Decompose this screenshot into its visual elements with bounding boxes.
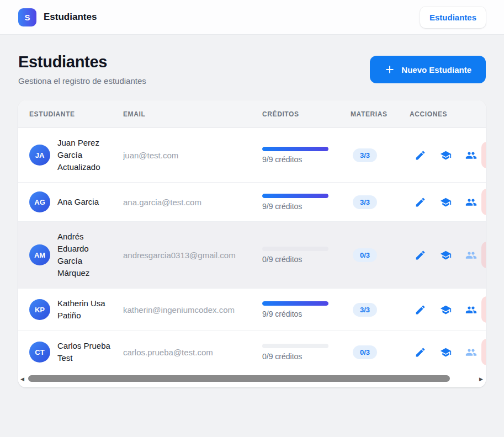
edit-pencil-icon[interactable] [415,150,426,161]
graduation-cap-icon[interactable] [440,304,452,316]
credits-label: 0/9 créditos [262,352,351,361]
credits-progressbar [262,194,328,198]
column-header-estudiante: Estudiante [18,110,123,118]
column-header-materias: Materias [351,110,410,118]
people-group-icon[interactable] [465,347,477,358]
table-body: JA Juan Perez García Actualizado juan@te… [18,128,486,373]
page-title: Estudiantes [18,53,146,71]
main-content: Estudiantes Gestiona el registro de estu… [0,35,504,406]
new-student-button-label: Nuevo Estudiante [401,65,471,74]
student-email: andresgarcia0313@gmail.com [123,242,262,269]
column-header-acciones: Acciones [410,110,486,118]
page-header: Estudiantes Gestiona el registro de estu… [18,53,486,86]
credits-progressbar-fill [262,147,328,151]
table-row: KP Katherin Usa Patiño katherin@ingenium… [18,289,486,331]
materias-badge: 3/3 [353,303,377,317]
credits-label: 9/9 créditos [262,155,351,164]
student-name: Juan Perez García Actualizado [57,137,113,173]
delete-icon[interactable] [481,242,486,268]
people-group-icon[interactable] [465,249,477,261]
edit-pencil-icon[interactable] [415,347,426,358]
student-email: katherin@ingeniumcodex.com [123,296,262,323]
avatar-initials: AM [34,251,45,259]
graduation-cap-icon[interactable] [440,249,452,261]
new-student-button[interactable]: Nuevo Estudiante [370,56,486,83]
materias-badge: 0/3 [353,248,377,262]
student-email: juan@test.com [123,142,262,169]
edit-pencil-icon[interactable] [415,249,426,261]
materias-badge: 3/3 [353,148,377,162]
avatar: AM [29,244,50,265]
table-header-row: Estudiante Email Créditos Materias Accio… [18,100,486,128]
materias-badge: 3/3 [353,195,377,209]
delete-icon[interactable] [481,142,486,168]
credits-progressbar [262,301,328,306]
app-logo-letter: S [24,13,30,22]
people-group-icon[interactable] [465,196,477,208]
credits-label: 9/9 créditos [262,202,351,211]
credits-progressbar [262,344,328,348]
people-group-icon[interactable] [465,304,477,316]
graduation-cap-icon[interactable] [440,196,452,208]
student-email: ana.garcia@test.com [123,189,262,216]
plus-icon [384,64,395,75]
edit-pencil-icon[interactable] [415,304,426,316]
credits-progressbar-fill [262,194,328,198]
table-row: JA Juan Perez García Actualizado juan@te… [18,128,486,183]
credits-progressbar [262,147,328,151]
student-name: Katherin Usa Patiño [57,297,113,322]
scroll-right-arrow-icon[interactable]: ▶ [478,375,484,383]
materias-badge: 0/3 [353,345,377,359]
top-navbar: S Estudiantes Estudiantes [0,0,504,35]
app-logo: S [18,8,36,26]
column-header-creditos: Créditos [262,110,351,118]
edit-pencil-icon[interactable] [415,196,426,208]
student-email: carlos.prueba@test.com [123,339,262,366]
avatar-initials: KP [35,306,45,314]
horizontal-scrollbar: ◀ ▶ [18,373,486,387]
students-table-card: Estudiante Email Créditos Materias Accio… [18,100,486,387]
student-name: Ana Garcia [57,196,99,208]
table-row: AM Andrés Eduardo García Márquez andresg… [18,222,486,289]
avatar-initials: JA [35,151,45,159]
scrollbar-thumb[interactable] [28,375,450,382]
avatar: JA [29,145,50,166]
avatar-initials: AG [34,198,45,206]
credits-label: 9/9 créditos [262,310,351,318]
table-row: CT Carlos Prueba Test carlos.prueba@test… [18,331,486,373]
avatar: CT [29,342,50,363]
app-title: Estudiantes [44,12,97,23]
credits-progressbar [262,247,328,251]
avatar: KP [29,299,50,320]
page-subtitle: Gestiona el registro de estudiantes [18,76,146,86]
avatar-initials: CT [35,348,44,356]
delete-icon[interactable] [481,296,486,323]
graduation-cap-icon[interactable] [440,347,452,358]
delete-icon[interactable] [481,189,486,215]
avatar: AG [29,191,50,212]
student-name: Carlos Prueba Test [57,340,113,364]
student-name: Andrés Eduardo García Márquez [57,231,113,279]
graduation-cap-icon[interactable] [440,150,452,161]
delete-icon[interactable] [481,339,486,365]
people-group-icon[interactable] [465,150,477,161]
credits-label: 0/9 créditos [262,255,351,264]
scroll-left-arrow-icon[interactable]: ◀ [19,375,25,383]
nav-estudiantes-button[interactable]: Estudiantes [420,7,486,28]
credits-progressbar-fill [262,301,328,306]
table-row: AG Ana Garcia ana.garcia@test.com 9/9 cr… [18,183,486,222]
column-header-email: Email [123,110,262,118]
